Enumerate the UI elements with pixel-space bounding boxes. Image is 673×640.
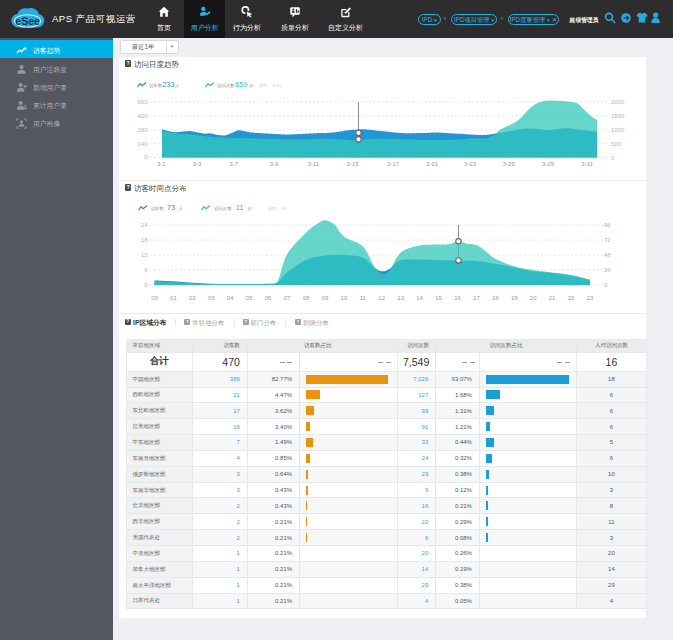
svg-text:11: 11 [360, 295, 367, 301]
svg-text:6: 6 [144, 267, 148, 273]
svg-text:03: 03 [208, 295, 215, 301]
svg-text:08: 08 [303, 295, 310, 301]
svg-text:16: 16 [454, 295, 461, 301]
svg-text:3-21: 3-21 [426, 161, 439, 167]
svg-text:3-1: 3-1 [157, 161, 166, 167]
svg-text:12: 12 [378, 295, 385, 301]
svg-text:140: 140 [137, 141, 148, 147]
svg-text:20: 20 [530, 295, 537, 301]
svg-text:48: 48 [604, 252, 611, 258]
svg-text:21: 21 [549, 295, 556, 301]
svg-text:280: 280 [137, 127, 148, 133]
svg-text:24: 24 [141, 222, 148, 228]
svg-text:10: 10 [341, 295, 348, 301]
svg-text:3-3: 3-3 [193, 161, 202, 167]
svg-text:17: 17 [473, 295, 480, 301]
svg-text:01: 01 [170, 295, 177, 301]
svg-text:2000: 2000 [611, 99, 625, 105]
svg-text:0: 0 [604, 282, 608, 288]
svg-text:09: 09 [322, 295, 329, 301]
svg-text:15: 15 [435, 295, 442, 301]
svg-text:07: 07 [284, 295, 291, 301]
svg-text:1500: 1500 [611, 113, 625, 119]
svg-text:0: 0 [611, 155, 615, 161]
svg-text:18: 18 [492, 295, 499, 301]
svg-text:18: 18 [141, 237, 148, 243]
svg-text:19: 19 [511, 295, 518, 301]
svg-text:06: 06 [265, 295, 272, 301]
svg-text:eSee: eSee [15, 15, 40, 27]
svg-text:3-7: 3-7 [230, 161, 239, 167]
svg-text:05: 05 [246, 295, 253, 301]
svg-text:3-9: 3-9 [270, 161, 279, 167]
svg-text:3-17: 3-17 [387, 161, 400, 167]
svg-text:3-25: 3-25 [503, 161, 516, 167]
svg-text:14: 14 [416, 295, 423, 301]
svg-text:3-23: 3-23 [464, 161, 477, 167]
svg-text:0: 0 [144, 154, 148, 160]
svg-text:12: 12 [141, 252, 148, 258]
svg-text:22: 22 [568, 295, 575, 301]
svg-text:23: 23 [587, 295, 594, 301]
svg-text:500: 500 [611, 141, 622, 147]
svg-text:420: 420 [137, 113, 148, 119]
svg-text:24: 24 [604, 267, 611, 273]
svg-text:560: 560 [137, 99, 148, 105]
svg-text:3-29: 3-29 [542, 161, 555, 167]
svg-text:72: 72 [604, 237, 611, 243]
svg-text:3-15: 3-15 [347, 161, 360, 167]
svg-text:0: 0 [144, 282, 148, 288]
svg-text:04: 04 [227, 295, 234, 301]
svg-text:3-31: 3-31 [581, 161, 594, 167]
svg-text:13: 13 [397, 295, 404, 301]
svg-text:02: 02 [189, 295, 196, 301]
svg-text:96: 96 [604, 222, 611, 228]
svg-text:1000: 1000 [611, 127, 625, 133]
svg-text:3-11: 3-11 [308, 161, 320, 167]
svg-text:00: 00 [151, 295, 158, 301]
